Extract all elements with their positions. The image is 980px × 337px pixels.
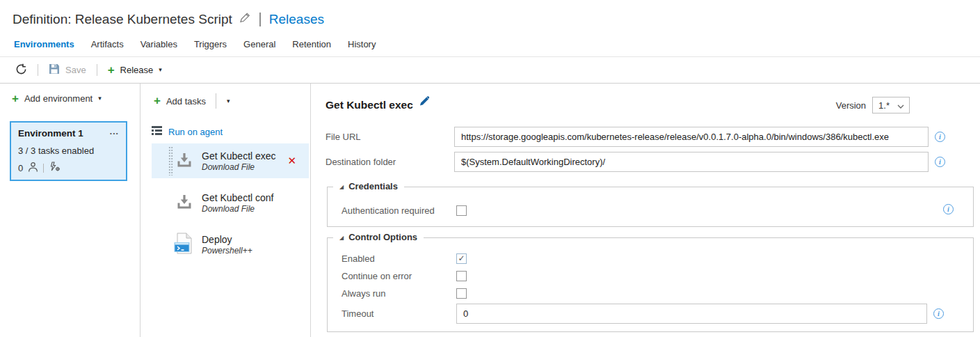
task-editor-header: Get Kubectl exec Version 1.* xyxy=(326,95,980,116)
drag-handle[interactable] xyxy=(168,146,173,175)
timeout-label: Timeout xyxy=(342,308,456,319)
environment-status: 3 / 3 tasks enabled xyxy=(18,146,119,156)
chevron-down-icon: ▾ xyxy=(159,67,162,73)
destination-folder-label: Destination folder xyxy=(326,157,454,167)
task-item-get-kubectl-exec[interactable]: Get Kubectl exec Download File ✕ xyxy=(152,143,309,178)
environments-panel: + Add environment ▾ Environment 1 ••• 3 … xyxy=(0,84,140,337)
info-icon[interactable]: i xyxy=(933,308,944,319)
collapse-section-icon: ◢ xyxy=(339,184,344,190)
more-options-icon[interactable]: ••• xyxy=(110,130,119,136)
chevron-down-icon: ▾ xyxy=(98,95,102,102)
continue-on-error-checkbox[interactable] xyxy=(456,271,467,281)
environment-card-header: Environment 1 ••• xyxy=(18,128,119,139)
file-url-row: File URL i xyxy=(326,127,980,147)
save-icon xyxy=(49,63,60,77)
continue-on-error-label: Continue on error xyxy=(342,271,456,281)
download-file-icon xyxy=(176,152,193,170)
file-url-label: File URL xyxy=(326,132,454,142)
chevron-down-icon xyxy=(897,100,904,111)
authentication-required-label: Authentication required xyxy=(342,205,456,216)
info-icon[interactable]: i xyxy=(935,157,945,167)
releases-link[interactable]: Releases xyxy=(269,12,324,27)
title-divider xyxy=(259,13,261,26)
always-run-label: Always run xyxy=(342,288,456,299)
toolbar-divider xyxy=(38,64,38,76)
task-type: Download File xyxy=(202,204,274,214)
add-tasks-split-button: + Add tasks ▾ xyxy=(154,93,310,109)
timeout-input[interactable] xyxy=(456,304,927,324)
add-environment-button[interactable]: + Add environment ▾ xyxy=(12,93,140,104)
control-options-section: ◢ Control Options Enabled ✓ Continue on … xyxy=(327,237,974,332)
add-tasks-label: Add tasks xyxy=(166,96,206,107)
task-text: Get Kubectl exec Download File xyxy=(202,150,276,172)
info-icon[interactable]: i xyxy=(935,132,945,142)
task-type: Download File xyxy=(202,162,276,172)
task-name: Get Kubectl conf xyxy=(202,192,274,203)
download-file-icon xyxy=(176,194,193,212)
refresh-icon xyxy=(15,63,27,77)
remove-task-icon[interactable]: ✕ xyxy=(287,155,296,167)
edit-task-name-icon[interactable] xyxy=(419,95,430,109)
plus-icon: + xyxy=(12,94,19,104)
tasks-panel: + Add tasks ▾ Run on agent xyxy=(140,84,311,337)
plus-icon: + xyxy=(108,65,115,75)
info-icon[interactable]: i xyxy=(943,204,954,214)
approvers-icon[interactable] xyxy=(28,162,38,174)
tab-variables[interactable]: Variables xyxy=(140,39,177,49)
control-options-section-header[interactable]: ◢ Control Options xyxy=(333,232,424,242)
enabled-label: Enabled xyxy=(342,253,456,264)
task-editor-panel: Get Kubectl exec Version 1.* File URL xyxy=(311,84,980,337)
version-label: Version xyxy=(836,100,866,111)
authentication-required-checkbox[interactable] xyxy=(456,205,467,216)
tab-history[interactable]: History xyxy=(348,39,376,49)
credentials-section: ◢ Credentials Authentication required i xyxy=(327,187,974,227)
task-editor-title: Get Kubectl exec xyxy=(326,99,413,111)
task-item-get-kubectl-conf[interactable]: Get Kubectl conf Download File xyxy=(152,185,309,220)
meta-divider xyxy=(43,164,44,173)
run-on-agent-group[interactable]: Run on agent xyxy=(152,126,310,137)
save-button[interactable]: Save xyxy=(49,63,86,77)
main-content: + Add environment ▾ Environment 1 ••• 3 … xyxy=(0,84,980,337)
task-text: Get Kubectl conf Download File xyxy=(202,192,274,214)
environment-meta-row: 0 xyxy=(18,162,119,174)
approvals-count: 0 xyxy=(18,163,23,173)
version-value: 1.* xyxy=(878,100,890,111)
check-icon: ✓ xyxy=(458,254,465,262)
timeout-row: Timeout i xyxy=(328,304,973,324)
chevron-down-icon[interactable]: ▾ xyxy=(223,95,234,107)
edit-definition-name-icon[interactable] xyxy=(239,11,251,26)
toolbar-divider xyxy=(97,64,97,76)
split-button-divider xyxy=(216,93,216,109)
tab-retention[interactable]: Retention xyxy=(292,39,331,49)
file-url-input[interactable] xyxy=(454,127,929,147)
tab-artifacts[interactable]: Artifacts xyxy=(91,39,124,49)
powershell-icon xyxy=(174,233,193,256)
release-label: Release xyxy=(120,65,154,75)
enabled-row: Enabled ✓ xyxy=(328,253,973,264)
run-on-agent-label: Run on agent xyxy=(168,127,223,137)
save-label: Save xyxy=(65,65,86,75)
definition-tabs: Environments Artifacts Variables Trigger… xyxy=(0,39,980,56)
collapse-section-icon: ◢ xyxy=(339,235,344,241)
always-run-row: Always run xyxy=(328,288,973,299)
continue-on-error-row: Continue on error xyxy=(328,271,973,281)
environment-card[interactable]: Environment 1 ••• 3 / 3 tasks enabled 0 xyxy=(10,121,127,181)
task-name: Deploy xyxy=(202,234,252,245)
deployment-conditions-icon[interactable] xyxy=(49,162,61,174)
task-list: Get Kubectl exec Download File ✕ Get Kub… xyxy=(140,143,310,262)
credentials-section-header[interactable]: ◢ Credentials xyxy=(333,181,404,191)
refresh-button[interactable] xyxy=(15,63,27,77)
task-item-deploy[interactable]: Deploy Powershell++ xyxy=(152,227,309,262)
version-select[interactable]: 1.* xyxy=(872,97,910,113)
add-tasks-button[interactable]: + Add tasks xyxy=(154,96,206,107)
task-name: Get Kubectl exec xyxy=(202,150,276,162)
destination-folder-input[interactable] xyxy=(454,152,929,172)
tab-triggers[interactable]: Triggers xyxy=(194,39,227,49)
tab-environments[interactable]: Environments xyxy=(14,39,74,49)
control-options-title: Control Options xyxy=(348,232,417,242)
release-button[interactable]: + Release ▾ xyxy=(108,65,162,75)
always-run-checkbox[interactable] xyxy=(456,288,467,299)
enabled-checkbox[interactable]: ✓ xyxy=(456,253,467,264)
tab-general[interactable]: General xyxy=(243,39,275,49)
credentials-title: Credentials xyxy=(348,181,398,191)
